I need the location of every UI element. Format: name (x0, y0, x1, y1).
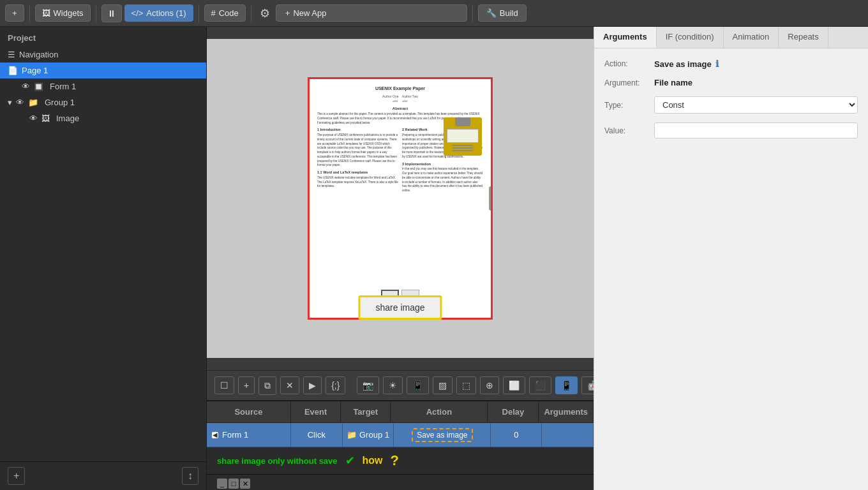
separator5 (472, 4, 473, 22)
action-field: Action: Save as image ℹ (604, 59, 858, 69)
action-row: Action: Save as image ℹ (604, 59, 858, 69)
argument-field: Argument: File name (604, 78, 858, 87)
sidebar-item-label: Page 1 (22, 66, 48, 75)
separator (29, 4, 30, 22)
type-select[interactable]: Const Variable Expression (654, 96, 858, 114)
mobile-tool-button[interactable]: 📱 (407, 376, 429, 394)
frame-tool-button[interactable]: ☐ (214, 376, 234, 394)
sidebar-item-image[interactable]: 👁 🖼 Image (0, 110, 206, 126)
build-icon: 🔧 (486, 8, 497, 18)
floppy-disk-overlay (444, 117, 482, 156)
folder-icon: 📁 (28, 98, 38, 107)
annotation-how-text: how (363, 455, 383, 466)
new-app-label: New App (293, 8, 326, 18)
floppy-shutter (455, 117, 470, 126)
argument-value-text: File name (654, 78, 692, 87)
left-bottom: + ↕ (0, 461, 206, 490)
pause-button[interactable]: ⏸ (101, 4, 122, 22)
doc-nav-next-button[interactable]: ❯ (489, 186, 493, 211)
sidebar-item-form1[interactable]: 👁 🔲 Form 1 (0, 78, 206, 94)
form-label: Form 1 (50, 82, 76, 91)
tab-arguments[interactable]: Arguments (594, 27, 657, 48)
window-controls-bar: _ □ ✕ (207, 474, 594, 490)
sidebar-item-page1[interactable]: 📄 Page 1 (0, 63, 206, 78)
doc-title: USENIX Example Paper (317, 85, 483, 92)
row-source: ◀ Form 1 (207, 423, 291, 447)
tab-repeats[interactable]: Repeats (779, 27, 828, 48)
separator3 (198, 4, 199, 22)
annotation-question-icon: ? (391, 452, 399, 469)
sidebar-item-navigation[interactable]: ☰ Navigation (0, 47, 206, 63)
connect-tool-button[interactable]: ⊕ (480, 376, 499, 394)
code-tool-button[interactable]: {;} (326, 376, 345, 394)
gear-button[interactable]: ⚙ (257, 3, 273, 24)
right-panel-content: Action: Save as image ℹ Argument: File n… (594, 48, 868, 490)
win-maximize-button[interactable]: □ (228, 479, 239, 489)
actions-table-wrap: Source Event Target Action Delay Argumen… (207, 401, 594, 490)
android-tool-button[interactable]: 🤖 (581, 376, 594, 394)
action-label: Action: (604, 59, 649, 68)
brightness-tool-button[interactable]: ☀ (383, 376, 403, 394)
doc-inner: USENIX Example Paper Author One Author T… (310, 79, 491, 318)
doc-col-left: 1 Introduction The purpose of USENIX con… (317, 125, 398, 193)
share-image-button[interactable]: share image (358, 295, 442, 320)
build-button[interactable]: 🔧 Build (478, 4, 527, 22)
doc-page: USENIX Example Paper Author One Author T… (310, 79, 491, 318)
info-icon[interactable]: ℹ (715, 59, 719, 69)
row-target: 📁 Group 1 (343, 423, 394, 447)
add-tool-button[interactable]: + (238, 376, 255, 394)
row-arguments (542, 423, 594, 447)
pattern-tool-button[interactable]: ▨ (433, 376, 453, 394)
actions-table: Source Event Target Action Delay Argumen… (207, 401, 594, 490)
actions-button[interactable]: </> Actions (1) (124, 4, 193, 22)
win-minimize-button[interactable]: _ (217, 479, 227, 489)
form-icon: 🔲 (34, 82, 43, 91)
actions-icon: </> (131, 8, 144, 18)
add-button[interactable]: + (5, 4, 24, 22)
code-label: Code (219, 8, 239, 18)
copy-tool-button[interactable]: ⧉ (258, 376, 276, 395)
code-button[interactable]: # Code (204, 4, 246, 22)
new-app-plus-icon: + (285, 8, 290, 18)
header-source: Source (207, 401, 291, 422)
doc-abstract-title: Abstract (317, 106, 483, 111)
tablet-tool-button[interactable]: 📱 (555, 376, 578, 394)
select-tool-button[interactable]: ⬚ (456, 376, 476, 394)
add-icon: + (12, 8, 17, 18)
canvas-area: USENIX Example Paper Author One Author T… (207, 27, 594, 370)
move-layer-button[interactable]: ↕ (182, 467, 198, 485)
second-toolbar: ☐ + ⧉ ✕ ▶ {;} 📷 ☀ 📱 ▨ ⬚ ⊕ ⬜ ⬛ 📱 🤖 34% ▲ … (207, 370, 594, 401)
tab-if-condition[interactable]: IF (condition) (657, 27, 724, 48)
annotation-area: share image only without save ✔ how ? (207, 447, 594, 474)
separator2 (96, 4, 96, 22)
dark-rect-button[interactable]: ⬛ (529, 376, 551, 394)
rect-tool-button[interactable]: ⬜ (503, 376, 525, 394)
header-action: Action (391, 401, 488, 422)
right-panel: Arguments IF (condition) Animation Repea… (594, 27, 868, 490)
widgets-button[interactable]: 🖼 Widgets (35, 4, 91, 22)
win-close-button[interactable]: ✕ (240, 479, 250, 489)
camera-tool-button[interactable]: 📷 (357, 376, 379, 394)
pause-icon: ⏸ (107, 8, 116, 19)
row-event: Click (291, 423, 343, 447)
row-source-label: Form 1 (222, 430, 248, 440)
header-delay: Delay (488, 401, 539, 422)
delete-tool-button[interactable]: ✕ (280, 376, 299, 394)
play-tool-button[interactable]: ▶ (303, 376, 322, 394)
tab-animation[interactable]: Animation (724, 27, 779, 48)
sidebar-item-group1[interactable]: ▾ 👁 📁 Group 1 (0, 94, 206, 110)
type-row: Type: Const Variable Expression (604, 96, 858, 114)
build-label: Build (500, 8, 518, 18)
actions-table-header: Source Event Target Action Delay Argumen… (207, 401, 594, 423)
value-input[interactable] (654, 122, 858, 138)
window-controls: _ □ ✕ (212, 476, 255, 490)
value-label: Value: (604, 126, 649, 135)
new-app-button[interactable]: + New App (276, 4, 467, 22)
row-action: Save as image (394, 423, 491, 447)
add-layer-button[interactable]: + (8, 467, 25, 485)
project-header: Project (0, 27, 206, 47)
widgets-label: Widgets (54, 8, 84, 18)
floppy-line2 (453, 147, 473, 149)
code-icon: # (211, 8, 216, 18)
actions-table-row[interactable]: ◀ Form 1 Click 📁 Group 1 Save as image 0 (207, 423, 594, 447)
